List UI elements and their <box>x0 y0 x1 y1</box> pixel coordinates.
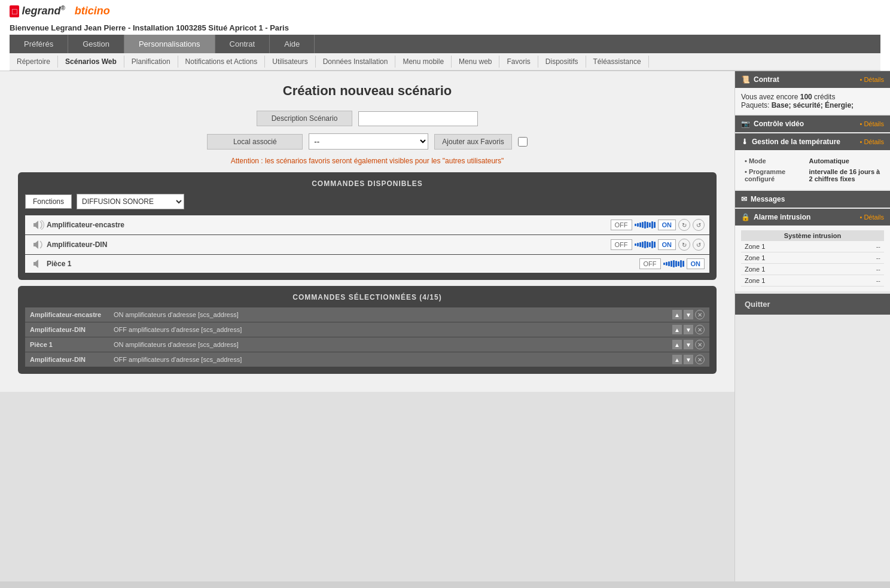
sidebar-video-detail[interactable]: • Détails <box>859 120 884 127</box>
favorites-checkbox[interactable] <box>518 137 528 147</box>
functions-button[interactable]: Fonctions <box>25 194 72 209</box>
on-button-3[interactable]: ON <box>687 258 705 269</box>
zone-value-1: -- <box>842 241 884 252</box>
refresh-button-2a[interactable]: ↻ <box>678 239 690 251</box>
tab-gestion[interactable]: Gestion <box>68 35 124 53</box>
sub-nav-donnees[interactable]: Données Installation <box>316 56 396 68</box>
content-scroll[interactable]: Création nouveau scénario Description Sc… <box>0 71 734 581</box>
sound-bar-2 <box>635 241 656 248</box>
description-label: Description Scénario <box>257 111 352 126</box>
description-input[interactable] <box>358 111 478 126</box>
sub-nav-dispositifs[interactable]: Dispositifs <box>538 56 586 68</box>
sidebar-temp-detail[interactable]: • Détails <box>859 138 884 145</box>
off-button-1[interactable]: OFF <box>611 220 632 230</box>
on-button-1[interactable]: ON <box>658 220 676 230</box>
command-type-select[interactable]: DIFFUSION SONORE <box>77 194 184 209</box>
device-row: Amplificateur-DIN OFF ON ↻ ↺ <box>25 235 709 255</box>
sidebar-alarme: 🔒 Alarme intrusion • Détails Système int… <box>735 209 890 291</box>
device-controls-3: OFF ON <box>639 258 705 269</box>
move-down-btn-4[interactable]: ▼ <box>684 355 693 364</box>
program-label: • Programme configuré <box>742 167 806 184</box>
sub-nav-planification[interactable]: Planification <box>124 56 178 68</box>
sel-controls-3: ▲ ▼ ✕ <box>672 340 705 349</box>
legrand-logo: □ legrand® <box>10 5 65 17</box>
move-down-btn-1[interactable]: ▼ <box>684 310 693 319</box>
local-select[interactable]: -- <box>309 133 428 150</box>
refresh-button-1a[interactable]: ↻ <box>678 219 690 231</box>
sub-nav-favoris[interactable]: Favoris <box>499 56 538 68</box>
sub-nav-menu-web[interactable]: Menu web <box>452 56 499 68</box>
move-up-btn-3[interactable]: ▲ <box>672 340 682 349</box>
content-area: Création nouveau scénario Description Sc… <box>0 71 734 581</box>
sub-nav-repertoire[interactable]: Répertoire <box>10 56 58 68</box>
delete-btn-1[interactable]: ✕ <box>695 310 705 319</box>
sidebar-contrat-header: 📜 Contrat • Détails <box>735 71 890 88</box>
sidebar-alarme-detail[interactable]: • Détails <box>859 214 884 221</box>
move-up-btn-1[interactable]: ▲ <box>672 310 682 319</box>
tab-aide[interactable]: Aide <box>270 35 315 53</box>
sidebar-messages-title: ✉ Messages <box>741 195 785 203</box>
sidebar-video-title: 📷 Contrôle vidéo <box>741 120 804 128</box>
zone-row-1: Zone 1 -- <box>741 241 884 252</box>
tab-preferes[interactable]: Préférés <box>10 35 68 53</box>
warning-text: Attention : les scénarios favoris seront… <box>12 157 723 165</box>
on-button-2[interactable]: ON <box>658 239 676 250</box>
sub-nav: Répertoire Scénarios Web Planification N… <box>10 53 880 71</box>
move-up-btn-2[interactable]: ▲ <box>672 325 682 334</box>
sidebar-alarme-body: Système intrusion Zone 1 -- Zone 1 -- <box>735 226 890 291</box>
sub-nav-scenarios[interactable]: Scénarios Web <box>58 56 124 68</box>
sel-cmd-2: OFF amplificateurs d'adresse [scs_addres… <box>114 326 672 333</box>
delete-btn-4[interactable]: ✕ <box>695 355 705 364</box>
commands-selected-box: COMMANDES SÉLECTIONNÉES (4/15) Amplifica… <box>18 286 717 374</box>
legrand-text: legrand® <box>22 5 65 17</box>
sidebar-temp-body: • Mode Automatique • Programme configuré… <box>735 150 890 190</box>
sidebar-temp-title: 🌡 Gestion de la température <box>741 138 840 146</box>
off-button-2[interactable]: OFF <box>611 239 632 250</box>
sub-nav-teleassistance[interactable]: Téléassistance <box>586 56 649 68</box>
move-down-btn-3[interactable]: ▼ <box>684 340 693 349</box>
mode-label: • Mode <box>742 156 806 166</box>
tab-contrat[interactable]: Contrat <box>215 35 270 53</box>
zone-name-4: Zone 1 <box>741 275 842 287</box>
quit-button[interactable]: Quitter <box>735 294 890 315</box>
pakets-text: Paquets: Base; sécurité; Énergie; <box>741 101 884 109</box>
device-controls-2: OFF ON ↻ ↺ <box>611 239 705 251</box>
sel-controls-2: ▲ ▼ ✕ <box>672 325 705 334</box>
device-controls-1: OFF ON ↻ ↺ <box>611 219 705 231</box>
sub-nav-menu-mobile[interactable]: Menu mobile <box>395 56 452 68</box>
sel-controls-1: ▲ ▼ ✕ <box>672 310 705 319</box>
sidebar-temp-header: 🌡 Gestion de la température • Détails <box>735 133 890 150</box>
off-button-3[interactable]: OFF <box>639 258 661 269</box>
device-list: Amplificateur-encastre OFF ON ↻ ↺ <box>25 215 709 273</box>
sidebar-alarme-title: 🔒 Alarme intrusion <box>741 213 810 221</box>
selected-list: Amplificateur-encastre ON amplificateurs… <box>25 307 709 367</box>
refresh-button-2b[interactable]: ↺ <box>693 239 705 251</box>
sub-nav-notifications[interactable]: Notifications et Actions <box>178 56 266 68</box>
move-up-btn-4[interactable]: ▲ <box>672 355 682 364</box>
video-icon: 📷 <box>741 120 750 128</box>
sub-nav-utilisateurs[interactable]: Utilisateurs <box>265 56 315 68</box>
device-name-1: Amplificateur-encastre <box>47 221 611 229</box>
local-label: Local associé <box>207 134 303 150</box>
commands-available-title: COMMANDES DISPONIBLES <box>25 179 709 188</box>
sidebar-contrat: 📜 Contrat • Détails Vous avez encore 100… <box>735 71 890 114</box>
sel-device-4: Amplificateur-DIN <box>30 356 114 363</box>
speaker-icon-3 <box>30 259 47 269</box>
selected-row-3: Pièce 1 ON amplificateurs d'adresse [scs… <box>25 337 709 352</box>
speaker-icon-2 <box>30 240 47 249</box>
refresh-button-1b[interactable]: ↺ <box>693 219 705 231</box>
thermometer-icon: 🌡 <box>741 138 748 146</box>
bticino-logo: bticino <box>75 5 110 17</box>
move-down-btn-2[interactable]: ▼ <box>684 325 693 334</box>
add-favorites-button[interactable]: Ajouter aux Favoris <box>434 134 511 150</box>
sel-controls-4: ▲ ▼ ✕ <box>672 355 705 364</box>
tab-personnalisations[interactable]: Personnalisations <box>124 35 215 53</box>
device-name-2: Amplificateur-DIN <box>47 240 611 249</box>
sidebar-contrat-detail[interactable]: • Détails <box>859 76 884 83</box>
delete-btn-3[interactable]: ✕ <box>695 340 705 349</box>
delete-btn-2[interactable]: ✕ <box>695 325 705 334</box>
selected-row-2: Amplificateur-DIN OFF amplificateurs d'a… <box>25 322 709 337</box>
description-row: Description Scénario <box>12 111 723 126</box>
sel-cmd-1: ON amplificateurs d'adresse [scs_address… <box>114 311 672 318</box>
sel-device-3: Pièce 1 <box>30 341 114 348</box>
